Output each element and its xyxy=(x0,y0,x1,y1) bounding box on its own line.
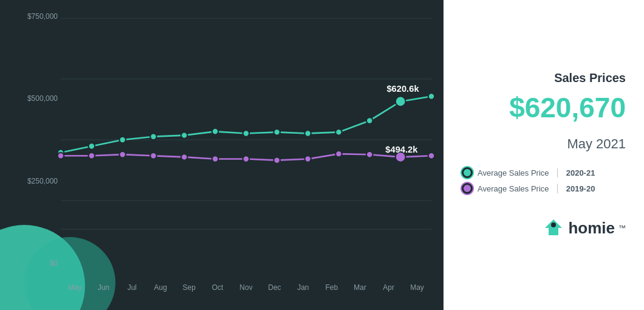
svg-point-26 xyxy=(304,156,311,162)
svg-point-14 xyxy=(335,129,342,136)
legend-text-purple: Average Sales Price xyxy=(478,184,549,193)
date-label: May 2021 xyxy=(462,136,626,152)
homie-text: homie xyxy=(568,219,615,238)
y-label-750k: $750,000 xyxy=(27,12,58,21)
svg-point-6 xyxy=(89,143,95,150)
svg-point-11 xyxy=(243,130,250,137)
svg-point-18 xyxy=(58,153,64,159)
sales-prices-title: Sales Prices xyxy=(462,71,626,85)
svg-point-16 xyxy=(396,96,406,106)
chart-plot: $620.6k $494.2k xyxy=(61,12,431,267)
x-label-nov: Nov xyxy=(232,283,261,292)
svg-point-25 xyxy=(274,157,281,164)
homie-tm: ™ xyxy=(618,224,626,232)
legend-text-teal: Average Sales Price xyxy=(478,168,549,177)
svg-point-13 xyxy=(304,130,311,137)
svg-point-20 xyxy=(119,151,126,158)
info-panel: Sales Prices $620,670 May 2021 Average S… xyxy=(444,0,644,310)
legend-dot-teal xyxy=(462,167,473,178)
svg-point-12 xyxy=(274,129,281,136)
x-label-dec: Dec xyxy=(260,283,289,292)
svg-point-30 xyxy=(428,153,435,159)
y-label-0: $0 xyxy=(50,259,58,267)
svg-point-7 xyxy=(119,137,126,143)
y-label-250k: $250,000 xyxy=(27,177,58,185)
legend-dot-purple xyxy=(462,183,473,194)
svg-point-33 xyxy=(551,222,556,227)
x-label-may2: May xyxy=(403,283,431,292)
x-axis-labels: May Jun Jul Aug Sep Oct Nov Dec Jan Feb … xyxy=(61,283,431,292)
y-axis-labels: $750,000 $500,000 $250,000 $0 xyxy=(12,12,58,267)
app-container: $750,000 $500,000 $250,000 $0 xyxy=(0,0,644,310)
svg-point-15 xyxy=(366,117,373,124)
x-label-jun: Jun xyxy=(89,283,118,292)
svg-point-27 xyxy=(335,151,342,157)
homie-logo: homie™ xyxy=(462,217,626,239)
svg-point-9 xyxy=(181,132,188,139)
svg-point-17 xyxy=(428,93,435,100)
legend-year-teal: 2020-21 xyxy=(566,168,595,177)
svg-point-23 xyxy=(212,156,219,162)
chart-inner: $750,000 $500,000 $250,000 $0 xyxy=(12,12,431,298)
x-label-jul: Jul xyxy=(118,283,146,292)
x-label-sep: Sep xyxy=(175,283,204,292)
x-label-aug: Aug xyxy=(146,283,175,292)
svg-point-22 xyxy=(181,154,188,160)
svg-point-28 xyxy=(366,151,373,158)
legend-divider-2: | xyxy=(557,183,559,194)
x-label-may1: May xyxy=(61,283,89,292)
svg-point-8 xyxy=(150,133,157,140)
purple-data-label: $494.2k xyxy=(385,145,418,154)
y-label-500k: $500,000 xyxy=(27,94,58,103)
chart-area: $750,000 $500,000 $250,000 $0 xyxy=(0,0,444,310)
x-label-feb: Feb xyxy=(317,283,346,292)
legend-divider-1: | xyxy=(557,167,559,178)
x-label-oct: Oct xyxy=(204,283,232,292)
svg-point-21 xyxy=(150,153,157,159)
legend-item-teal: Average Sales Price | 2020-21 xyxy=(462,167,626,178)
legend-item-purple: Average Sales Price | 2019-20 xyxy=(462,183,626,194)
svg-rect-32 xyxy=(549,228,558,235)
x-label-jan: Jan xyxy=(289,283,317,292)
legend: Average Sales Price | 2020-21 Average Sa… xyxy=(462,167,626,199)
x-label-apr: Apr xyxy=(374,283,403,292)
homie-logo-icon xyxy=(543,217,564,239)
svg-point-19 xyxy=(89,153,95,159)
x-label-mar: Mar xyxy=(346,283,374,292)
chart-svg: $620.6k $494.2k xyxy=(61,12,431,267)
svg-point-10 xyxy=(212,128,219,135)
teal-data-label: $620.6k xyxy=(386,84,419,94)
sales-price-value: $620,670 xyxy=(462,91,626,124)
legend-year-purple: 2019-20 xyxy=(566,184,595,193)
svg-point-24 xyxy=(243,156,250,162)
